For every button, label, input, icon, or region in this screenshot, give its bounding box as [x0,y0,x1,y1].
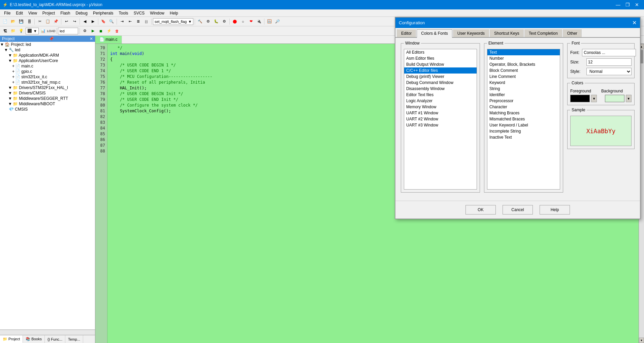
element-item-linecomment[interactable]: Line Comment [487,74,560,80]
dbg-btn[interactable]: 📊 [39,27,47,35]
build-btn[interactable]: 🔨 [196,18,204,25]
element-list[interactable]: Text Number Operator, Block, Brackets Bl… [487,49,560,190]
dialog-tab-editor[interactable]: Editor [397,29,416,37]
window-item-logic[interactable]: Logic Analyzer [404,98,477,104]
element-item-operator[interactable]: Operator, Block, Brackets [487,61,560,67]
project-panel-close[interactable]: ✕ [90,36,93,41]
element-item-keyword[interactable]: Keyword [487,80,560,86]
tree-segger[interactable]: ▼ 📁 Middleware/SEGGER_RTT [0,96,95,101]
chip-btn[interactable]: 💡 [18,27,25,35]
tab-books[interactable]: 📚 Books [23,335,45,343]
dialog-tab-completion[interactable]: Text Completion [524,29,562,37]
tree-led[interactable]: ▼ 🔧 led [0,47,95,53]
target-dropdown[interactable]: set_mqtt_flash_flag ▼ [153,18,193,25]
tree-gpio-c[interactable]: + 📄 gpio.c [0,69,95,74]
files-btn[interactable]: 📁 [9,27,17,35]
project-btn[interactable]: 🏗 [1,27,9,35]
tree-msp-c[interactable]: + 📄 stm32f1xx_hal_msp.c [0,80,95,85]
format-btn[interactable]: ⌸ [142,18,150,25]
menu-project[interactable]: Project [40,10,58,16]
help-button[interactable]: Help [540,205,570,215]
window-item-asm[interactable]: Asm Editor files [404,55,477,61]
dialog-close-button[interactable]: ✕ [632,20,637,26]
save-all-btn[interactable]: 🗄 [26,18,33,25]
tree-mdk-arm[interactable]: ▼ 📁 Application/MDK-ARM [0,53,95,58]
menu-peripherals[interactable]: Peripherals [90,10,116,16]
power-btn[interactable]: ⚡ [105,27,113,35]
dialog-tab-keywords[interactable]: User Keywords [453,29,489,37]
element-item-blockcomment[interactable]: Block Comment [487,67,560,74]
tree-cmsis[interactable]: ▼ 📁 Drivers/CMSIS [0,90,95,96]
element-item-character[interactable]: Character [487,104,560,110]
tab-func[interactable]: {} Func... [45,335,65,343]
search-btn[interactable]: 🔎 [274,18,281,25]
cancel-button[interactable]: Cancel [503,205,533,215]
bookmark-btn[interactable]: 🔖 [100,18,107,25]
element-item-identifier[interactable]: Identifier [487,92,560,98]
menu-window[interactable]: Window [147,10,167,16]
new-file-btn[interactable]: 📄 [1,18,9,25]
chip-dropdown[interactable]: ⬛ ▼ [26,28,39,34]
element-item-preprocessor[interactable]: Preprocessor [487,98,560,104]
window-item-disasm[interactable]: Disassembly Window [404,86,477,92]
window-item-uart1[interactable]: UART #1 Window [404,110,477,116]
outdent-btn[interactable]: ⇤ [126,18,134,25]
dialog-tab-colors[interactable]: Colors & Fonts [417,29,452,38]
element-item-matchbraces[interactable]: ➤Matching Braces [487,110,560,116]
element-item-text[interactable]: Text [487,49,560,55]
element-item-inactivetext[interactable]: Inactive Text [487,134,560,140]
menu-view[interactable]: View [26,10,40,16]
font-font-input[interactable] [582,49,636,56]
erase-btn[interactable]: 🗑 [114,27,121,35]
element-item-mismatchbraces[interactable]: Mismatched Braces [487,116,560,122]
window-item-build[interactable]: Build Output Window [404,61,477,67]
connect-btn[interactable]: 🔌 [255,18,263,25]
menu-tools[interactable]: Tools [116,10,131,16]
load-btn[interactable]: LOAD [47,27,55,35]
menu-svcs[interactable]: SVCS [131,10,148,16]
minimize-button[interactable]: — [614,1,622,8]
save-btn[interactable]: 💾 [18,18,25,25]
configure-btn[interactable]: ⚙ [81,27,89,35]
window-item-memory[interactable]: Memory Window [404,104,477,110]
scroll-down-btn[interactable]: ▼ [639,338,644,343]
window-item-editortext[interactable]: Editor Text files [404,92,477,98]
tree-user-core[interactable]: ▼ 📁 Application/User/Core [0,58,95,63]
menu-edit[interactable]: Edit [13,10,26,16]
nav-fwd-btn[interactable]: ▶ [89,18,97,25]
dialog-tab-other[interactable]: Other [563,29,582,37]
tree-main-c[interactable]: + 📄 main.c [0,63,95,69]
tree-hal[interactable]: ▼ 📁 Drivers/STM32F1xx_HAL_l [0,85,95,90]
project-panel-pin[interactable]: 📌 [49,36,54,41]
window-item-uart2[interactable]: UART #2 Window [404,116,477,122]
window-item-debug-printf[interactable]: Debug (printf) Viewer [404,74,477,80]
paste-btn[interactable]: 📌 [52,18,60,25]
window-list[interactable]: All Editors Asm Editor files Build Outpu… [404,49,477,190]
foreground-swatch-btn[interactable]: ▼ [591,95,597,102]
element-item-userkeyword[interactable]: User Keyword / Label [487,122,560,128]
element-item-string[interactable]: String [487,86,560,92]
nav-back-btn[interactable]: ◀ [81,18,89,25]
indent-btn[interactable]: ⇥ [118,18,126,25]
stop-btn[interactable]: ⬤ [231,18,238,25]
font-style-select[interactable]: Normal Bold Italic Bold Italic [586,68,632,75]
tab-project[interactable]: 📁 Project [0,335,23,343]
open-btn[interactable]: 📂 [9,18,17,25]
find-btn[interactable]: 🔍 [108,18,115,25]
element-item-incompletestring[interactable]: ➤Incomplete String [487,128,560,134]
ok-button[interactable]: OK [465,205,496,215]
menu-help[interactable]: Help [167,10,181,16]
stop2-btn[interactable]: ⏹ [97,27,105,35]
rebuild-btn[interactable]: ⚙ [204,18,212,25]
dialog-tab-shortcuts[interactable]: Shortcut Keys [490,29,524,37]
run-btn[interactable]: ❤ [247,18,255,25]
tree-root[interactable]: ▼ 🏠 Project: led [0,42,95,47]
redo-btn[interactable]: ↪ [71,18,78,25]
undo-btn[interactable]: ↩ [63,18,70,25]
tree-nboot[interactable]: ▼ 📁 Middleware/NBOOT [0,101,95,107]
window-item-uart3[interactable]: UART #3 Window [404,122,477,128]
window-btn[interactable]: 🪟 [266,18,273,25]
window-item-alleditors[interactable]: All Editors [404,49,477,55]
debug-btn[interactable]: 🐛 [213,18,220,25]
cut-btn[interactable]: ✂ [36,18,43,25]
